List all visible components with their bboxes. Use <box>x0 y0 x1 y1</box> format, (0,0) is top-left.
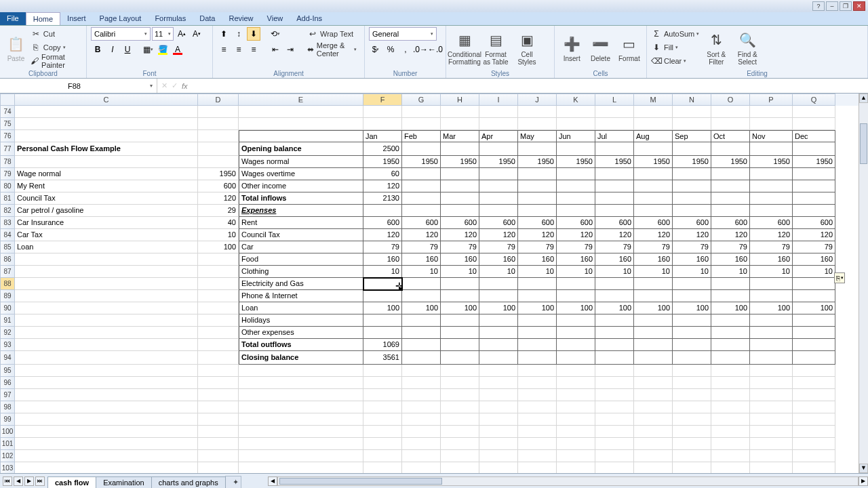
sheet-tab[interactable]: Examination <box>96 476 152 488</box>
cell[interactable] <box>198 438 239 450</box>
cell[interactable] <box>557 205 595 217</box>
cell[interactable]: 160 <box>673 253 711 266</box>
cell[interactable] <box>518 205 557 217</box>
row-header[interactable]: 99 <box>0 413 15 426</box>
cell[interactable] <box>711 339 750 351</box>
cell[interactable] <box>518 426 557 438</box>
cell[interactable]: 600 <box>634 217 673 229</box>
cell[interactable] <box>634 389 673 401</box>
cell[interactable] <box>402 426 441 438</box>
cell[interactable] <box>673 377 711 389</box>
cell[interactable] <box>239 438 363 450</box>
cell[interactable]: Food <box>239 253 363 266</box>
row-header[interactable]: 81 <box>0 192 15 205</box>
row-header[interactable]: 75 <box>0 118 15 130</box>
cell[interactable] <box>793 192 835 205</box>
cell[interactable] <box>793 438 835 450</box>
cell[interactable]: 79 <box>402 241 441 253</box>
cell[interactable]: 100 <box>363 302 402 314</box>
row-header[interactable]: 87 <box>0 266 15 278</box>
cell[interactable]: 100 <box>750 302 793 314</box>
cell[interactable] <box>634 413 673 426</box>
cell[interactable]: 120 <box>479 229 518 241</box>
cell[interactable] <box>239 377 363 389</box>
cell[interactable] <box>518 377 557 389</box>
cell[interactable]: 10 <box>673 266 711 278</box>
cell[interactable] <box>793 327 835 339</box>
orientation-icon[interactable]: ⟲▾ <box>269 27 282 41</box>
cell[interactable] <box>518 365 557 377</box>
cell[interactable] <box>15 130 198 142</box>
cell[interactable]: 3561 <box>363 351 402 365</box>
cell[interactable] <box>479 339 518 351</box>
cell[interactable]: Other expenses <box>239 327 363 339</box>
col-header[interactable]: O <box>711 94 750 106</box>
row-header[interactable]: 100 <box>0 426 15 438</box>
cell[interactable]: 10 <box>557 266 595 278</box>
tab-data[interactable]: Data <box>193 12 222 25</box>
cell[interactable] <box>518 314 557 327</box>
cell[interactable] <box>15 327 198 339</box>
cell[interactable] <box>750 438 793 450</box>
cell[interactable]: Mar <box>441 130 479 142</box>
cell[interactable] <box>673 401 711 413</box>
close-button[interactable]: ✕ <box>853 1 865 11</box>
format-cells-button[interactable]: ▭Format <box>616 27 642 69</box>
cell[interactable]: 100 <box>441 302 479 314</box>
tab-review[interactable]: Review <box>222 12 260 25</box>
cell[interactable] <box>479 106 518 118</box>
cell[interactable] <box>239 426 363 438</box>
cell[interactable] <box>479 413 518 426</box>
row-header[interactable]: 94 <box>0 351 15 365</box>
italic-button[interactable]: I <box>106 43 119 56</box>
cell[interactable]: 120 <box>198 192 239 205</box>
cell[interactable]: 10 <box>711 266 750 278</box>
cell[interactable] <box>479 438 518 450</box>
cell[interactable] <box>793 365 835 377</box>
cell[interactable] <box>239 413 363 426</box>
cell[interactable] <box>441 118 479 130</box>
cell[interactable]: 60 <box>363 168 402 180</box>
cell[interactable] <box>363 278 402 290</box>
cell[interactable] <box>15 106 198 118</box>
cell[interactable] <box>711 118 750 130</box>
tab-home[interactable]: Home <box>26 12 60 25</box>
align-right-icon[interactable]: ≡ <box>247 43 260 56</box>
cell[interactable] <box>198 327 239 339</box>
cell[interactable] <box>711 314 750 327</box>
cell[interactable] <box>441 290 479 302</box>
cell[interactable] <box>198 377 239 389</box>
cell[interactable] <box>402 438 441 450</box>
cell[interactable] <box>518 142 557 156</box>
cell[interactable] <box>198 351 239 365</box>
cell[interactable] <box>479 327 518 339</box>
align-middle-icon[interactable]: ↕ <box>232 27 245 41</box>
col-header[interactable]: I <box>479 94 518 106</box>
row-header[interactable]: 77 <box>0 142 15 156</box>
cell[interactable] <box>363 389 402 401</box>
cell[interactable] <box>595 142 634 156</box>
cell[interactable]: 160 <box>402 253 441 266</box>
cell[interactable]: Wage normal <box>15 168 198 180</box>
cell[interactable]: 100 <box>793 302 835 314</box>
cell[interactable] <box>518 450 557 462</box>
new-sheet-icon[interactable]: ✦ <box>225 476 241 488</box>
cell[interactable] <box>15 156 198 168</box>
cell[interactable]: 100 <box>198 241 239 253</box>
cell[interactable] <box>793 450 835 462</box>
cell[interactable] <box>750 205 793 217</box>
cell[interactable] <box>441 180 479 192</box>
cell[interactable] <box>634 205 673 217</box>
cell[interactable] <box>634 278 673 290</box>
cell[interactable] <box>750 106 793 118</box>
cell[interactable]: 10 <box>793 266 835 278</box>
increase-font-icon[interactable]: A▴ <box>175 27 189 41</box>
cell[interactable]: 1069 <box>363 339 402 351</box>
cell[interactable]: 1950 <box>711 156 750 168</box>
delete-cells-button[interactable]: ➖Delete <box>587 27 613 69</box>
cell[interactable] <box>518 180 557 192</box>
cell[interactable]: 600 <box>750 217 793 229</box>
row-header[interactable]: 91 <box>0 314 15 327</box>
cell[interactable] <box>441 377 479 389</box>
cell[interactable] <box>634 118 673 130</box>
